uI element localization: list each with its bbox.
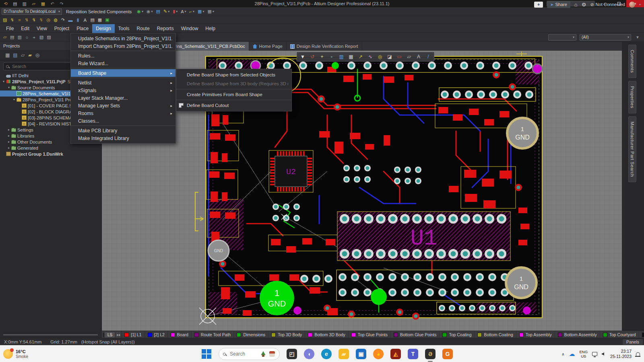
toolbar-overflow-icon[interactable]: ▾ bbox=[634, 34, 641, 41]
menu-design[interactable]: Design bbox=[92, 24, 114, 33]
menu-place[interactable]: Place bbox=[73, 24, 92, 33]
menu-reports[interactable]: Reports bbox=[153, 24, 178, 33]
taskbar-search-input[interactable] bbox=[229, 351, 257, 357]
layer-tab-top-courtyard[interactable]: Top Courtyard bbox=[600, 331, 639, 338]
layer-set-swatch[interactable] bbox=[103, 333, 104, 337]
menu-item-rule-wizard[interactable]: Rule Wizard... bbox=[71, 60, 175, 67]
menu-item-rooms[interactable]: Rooms▸ bbox=[71, 109, 175, 117]
layer-tab-bottom-3d-body[interactable]: Bottom 3D Body bbox=[305, 331, 348, 338]
document-icon[interactable]: ▤ bbox=[155, 8, 161, 15]
magnet-icon[interactable]: ↺ bbox=[308, 53, 317, 60]
taskbar-search[interactable] bbox=[219, 348, 280, 360]
panel-folder-icon[interactable]: ▱ bbox=[20, 51, 26, 59]
layer-tab-bottom-courtyard[interactable]: Bottom Courtyard bbox=[639, 331, 644, 338]
taskbar-app-firefox[interactable]: ◕ bbox=[373, 349, 384, 359]
clip-icon[interactable]: ▧ bbox=[38, 34, 45, 41]
altium-history-icon[interactable]: ⟲ bbox=[2, 0, 9, 7]
measure-icon[interactable]: ✎▾ bbox=[162, 8, 171, 15]
menu-tools[interactable]: Tools bbox=[115, 24, 133, 33]
save-icon[interactable]: ▤ bbox=[12, 0, 18, 7]
layer-tab-board[interactable]: Board bbox=[167, 331, 191, 338]
panel-tab-comments[interactable]: Comments bbox=[628, 45, 636, 78]
cross-probe-next-icon[interactable]: ◉▾ bbox=[145, 8, 154, 15]
align-icon[interactable]: ▦▾ bbox=[196, 8, 205, 15]
menu-project[interactable]: Project bbox=[51, 24, 73, 33]
save2-icon[interactable]: ▤ bbox=[9, 34, 15, 41]
start-button[interactable] bbox=[201, 349, 212, 359]
home-icon[interactable]: ⌂ bbox=[574, 2, 578, 8]
connection-status[interactable]: ⊘ Not Connected bbox=[590, 2, 625, 7]
menu-item-define-board-shape-from-selected-objects[interactable]: Define Board Shape from Selected Objects bbox=[176, 70, 291, 79]
text-icon[interactable]: A bbox=[414, 53, 423, 60]
print-icon[interactable]: ▥ bbox=[16, 34, 23, 41]
document-tab-design-rule-verification-report[interactable]: Design Rule Verification Report bbox=[287, 42, 362, 51]
taskbar-app-edge-browser[interactable]: e bbox=[321, 349, 332, 359]
menu-edit[interactable]: Edit bbox=[17, 24, 33, 33]
layer-scroll-forward[interactable]: ▸ bbox=[119, 332, 120, 337]
line-icon[interactable]: / bbox=[424, 53, 433, 60]
tree-expander-icon[interactable]: ▸ bbox=[7, 146, 11, 150]
layer-tab-top-glue-points[interactable]: Top Glue Points bbox=[348, 331, 390, 338]
select-icon[interactable]: + bbox=[31, 34, 37, 41]
document-tab-home-page[interactable]: Home Page bbox=[249, 42, 287, 51]
select-area-icon[interactable]: ▫ bbox=[327, 53, 336, 60]
layer-tab-top-3d-body[interactable]: Top 3D Body bbox=[268, 331, 305, 338]
array-icon[interactable]: ▦ bbox=[97, 16, 103, 24]
track-icon[interactable]: ↯ bbox=[9, 16, 15, 24]
language-switcher[interactable]: ENGUS bbox=[579, 350, 588, 359]
variant-combo[interactable]: ▾ bbox=[548, 34, 576, 41]
share-button[interactable]: ➤ Share bbox=[547, 1, 570, 8]
layer-tab-dimensions[interactable]: Dimensions bbox=[233, 331, 268, 338]
panel-doc-icon[interactable]: ▤ bbox=[12, 51, 19, 59]
rect-icon[interactable]: ▭ bbox=[395, 53, 404, 60]
speaker-icon[interactable] bbox=[602, 352, 604, 356]
menu-item-rules[interactable]: Rules... bbox=[71, 52, 175, 60]
menu-item-update-schematics-in-28pins-project-v1i1-p[interactable]: Update Schematics in 28Pins_Project_V1I1… bbox=[71, 35, 175, 42]
panel-tab-manufacturer-part-search[interactable]: Manufacturer Part Search bbox=[628, 116, 636, 182]
board-view-icon[interactable]: ▮▾ bbox=[171, 8, 179, 15]
fill-icon[interactable]: ▬ bbox=[67, 16, 74, 24]
menu-item-xsignals[interactable]: xSignals▸ bbox=[71, 86, 175, 94]
via-icon[interactable]: ↯ bbox=[23, 16, 30, 24]
taskbar-app-altium-designer[interactable]: Ə bbox=[425, 349, 436, 359]
taskbar-app-chat[interactable]: ◖ bbox=[304, 349, 314, 359]
layer-tab-2-l2[interactable]: [2] L2 bbox=[144, 331, 167, 338]
avatar[interactable] bbox=[629, 2, 635, 8]
menu-help[interactable]: Help bbox=[202, 24, 219, 33]
open-icon[interactable]: ▱ bbox=[2, 34, 8, 41]
tree-expander-icon[interactable]: ▾ bbox=[2, 80, 6, 83]
menu-item-make-pcb-library[interactable]: Make PCB Library bbox=[71, 127, 175, 134]
sheet-icon[interactable]: ▤ bbox=[89, 16, 95, 24]
layer-set-label[interactable]: LS bbox=[105, 332, 115, 337]
panel-settings-icon[interactable]: ◎ bbox=[34, 51, 41, 59]
pour-icon[interactable]: ▱ bbox=[405, 53, 413, 60]
mask-icon[interactable]: ▨ bbox=[45, 34, 52, 41]
donut-icon[interactable]: ◎ bbox=[45, 16, 52, 24]
crosshair-icon[interactable]: + bbox=[318, 53, 326, 60]
panel-grid-icon[interactable]: ▦ bbox=[4, 51, 11, 59]
route-icon[interactable]: ↗ bbox=[356, 53, 365, 60]
taskbar-app-task-view[interactable]: ◰ bbox=[287, 349, 297, 359]
taskbar-app-teams[interactable]: T bbox=[408, 349, 418, 359]
onedrive-icon[interactable]: ☁ bbox=[569, 350, 575, 358]
layer-scroll-back[interactable]: ◂ bbox=[116, 332, 118, 337]
menu-item-netlist[interactable]: Netlist▸ bbox=[71, 79, 175, 86]
layer-tab-top-coating[interactable]: Top Coating bbox=[439, 331, 474, 338]
taskbar-app-file-explorer[interactable]: ▰ bbox=[339, 349, 349, 359]
open-folder-icon[interactable]: ▱ bbox=[31, 0, 37, 7]
menu-item-layer-stack-manager[interactable]: Layer Stack Manager... bbox=[71, 94, 175, 102]
redo-icon[interactable]: ↷ bbox=[58, 0, 65, 7]
taskbar-app-microsoft-store[interactable]: ▣ bbox=[356, 349, 366, 359]
tree-expander-icon[interactable]: ▸ bbox=[7, 140, 11, 144]
probe-icon[interactable]: ◎ bbox=[376, 53, 384, 60]
annotate-icon[interactable]: A▾ bbox=[180, 8, 187, 15]
string-icon[interactable]: A bbox=[82, 16, 88, 24]
undo-icon[interactable]: ↶ bbox=[49, 0, 56, 7]
tune-icon[interactable]: ∿ bbox=[366, 53, 375, 60]
comment-icon[interactable]: + bbox=[534, 2, 543, 8]
menu-item-manage-layer-sets[interactable]: Manage Layer Sets▸ bbox=[71, 102, 175, 109]
arc-icon[interactable]: ↷ bbox=[60, 16, 66, 24]
menu-item-import-changes-from-28pins-project-v1i1-pr[interactable]: Import Changes From 28Pins_Project_V1I1.… bbox=[71, 42, 175, 50]
pad-pair-icon[interactable]: = bbox=[16, 16, 23, 24]
menu-item-define-board-cutout[interactable]: Define Board Cutout bbox=[176, 101, 291, 110]
